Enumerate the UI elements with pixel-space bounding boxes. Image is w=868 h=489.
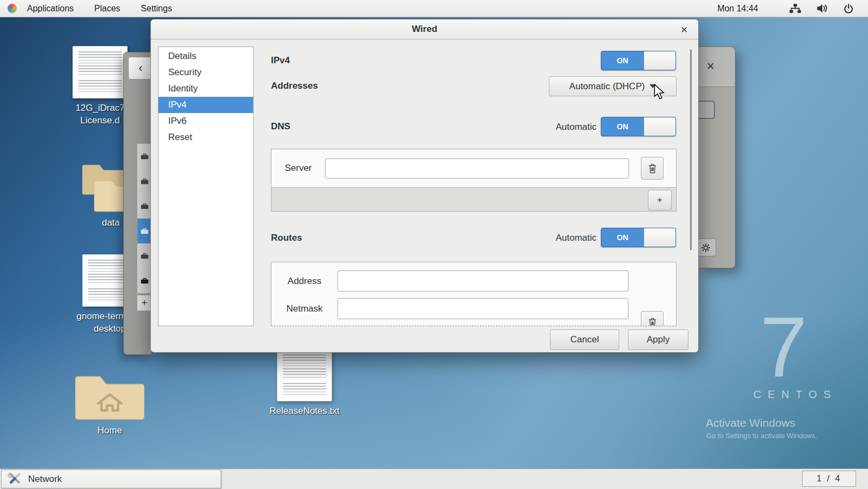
taskbar-window-label: Network (28, 474, 62, 485)
background-close-icon[interactable]: ✕ (706, 60, 715, 72)
connection-row[interactable] (137, 144, 152, 169)
dns-add-server-button[interactable]: + (648, 190, 672, 210)
clock[interactable]: Mon 14:44 (717, 4, 758, 14)
background-network-window-right: ✕ (699, 47, 736, 268)
route-netmask-input[interactable] (337, 298, 628, 319)
tools-icon (8, 472, 22, 486)
background-window-titlebar (699, 47, 735, 87)
ipv4-section-label: IPv4 (271, 55, 290, 66)
sidebar-item-security[interactable]: Security (158, 64, 253, 81)
netmask-label: Netmask (271, 303, 337, 314)
desktop-icon-label: 12G_iDrac7License.d (76, 102, 125, 127)
menubar-status-area: Mon 14:44 (717, 3, 868, 14)
mouse-cursor (653, 84, 666, 102)
connection-row-selected[interactable] (137, 219, 152, 243)
dns-section-label: DNS (271, 121, 290, 132)
routes-section-label: Routes (271, 233, 302, 243)
centos-brand-watermark: CENTOS (753, 388, 837, 401)
gear-icon (701, 243, 711, 253)
sidebar-item-details[interactable]: Details (158, 48, 253, 64)
connection-list[interactable] (137, 143, 152, 294)
toggle-knob (644, 51, 675, 70)
routes-remove-button[interactable] (641, 311, 664, 326)
dns-toolbar-strip: + (271, 187, 676, 211)
routes-automatic-label: Automatic (555, 233, 597, 243)
toggle-on-label: ON (601, 228, 644, 247)
dns-automatic-toggle[interactable]: ON (601, 117, 676, 136)
toggle-on-label: ON (601, 117, 644, 136)
profile-icon (141, 153, 149, 160)
route-address-row: Address (271, 267, 676, 295)
background-network-window-left: ‹ + (123, 52, 151, 355)
connection-row[interactable] (137, 194, 152, 219)
dropdown-value: Automatic (DHCP) (569, 81, 645, 92)
desktop-icon-label: ReleaseNotes.txt (269, 405, 339, 417)
home-folder-icon (75, 367, 144, 421)
profile-icon (141, 253, 149, 259)
wired-dialog: Wired ✕ Details Security Identity IPv4 I… (150, 19, 699, 353)
document-icon (277, 349, 332, 401)
profile-icon (141, 228, 149, 234)
power-icon[interactable] (843, 3, 854, 14)
trash-icon (647, 163, 658, 174)
sidebar-item-ipv4[interactable]: IPv4 (158, 97, 253, 113)
desktop-icon-label: Home (97, 424, 122, 437)
bottom-taskbar: Network 1 / 4 (0, 468, 868, 489)
desktop-screen: 7 CENTOS Activate Windows Go to Settings… (0, 0, 868, 489)
profile-icon (141, 203, 149, 209)
connection-row[interactable] (137, 268, 152, 293)
dns-automatic-label: Automatic (555, 122, 597, 133)
applications-logo-icon (8, 4, 17, 13)
add-connection-button[interactable]: + (137, 295, 152, 311)
toggle-knob (644, 228, 675, 247)
profile-icon (141, 277, 149, 284)
dialog-titlebar[interactable]: Wired ✕ (151, 19, 698, 39)
taskbar-window-button[interactable]: Network (1, 470, 221, 488)
profile-icon (141, 178, 149, 184)
dns-remove-server-button[interactable] (641, 157, 664, 180)
dialog-title: Wired (412, 24, 437, 35)
network-icon[interactable] (789, 3, 801, 14)
dialog-scrollbar[interactable] (690, 49, 692, 250)
document-icon (72, 46, 128, 98)
menu-settings[interactable]: Settings (130, 0, 182, 17)
address-label: Address (271, 276, 337, 287)
activate-windows-subtext: Go to Settings to activate Windows. (706, 432, 817, 440)
back-button[interactable]: ‹ (128, 57, 153, 80)
dns-server-row: Server (271, 149, 676, 187)
server-label: Server (271, 163, 325, 174)
route-netmask-row: Netmask (271, 295, 676, 322)
route-gateway-row: Gateway (271, 322, 676, 326)
top-menubar: Applications Places Settings Mon 14:44 (0, 0, 868, 17)
desktop-icon-label: data (102, 216, 120, 229)
menu-places[interactable]: Places (84, 0, 130, 17)
ipv4-toggle[interactable]: ON (601, 51, 676, 70)
desktop-icon-releasenotes[interactable]: ReleaseNotes.txt (258, 349, 351, 417)
activate-windows-watermark: Activate Windows (706, 417, 796, 429)
dns-server-input[interactable] (325, 158, 629, 179)
apply-button[interactable]: Apply (628, 329, 688, 350)
toggle-knob (644, 117, 675, 136)
connection-row[interactable] (137, 169, 152, 194)
route-gateway-input[interactable] (337, 326, 628, 326)
trash-icon (647, 317, 658, 327)
desktop-icon-home[interactable]: Home (64, 367, 156, 437)
volume-icon[interactable] (816, 3, 829, 14)
cancel-button[interactable]: Cancel (550, 329, 619, 350)
dialog-sidebar: Details Security Identity IPv4 IPv6 Rese… (158, 47, 254, 326)
connection-row[interactable] (137, 243, 152, 268)
addresses-label: Addresses (271, 81, 318, 91)
centos-7-watermark: 7 (760, 304, 807, 389)
route-address-input[interactable] (337, 270, 628, 292)
dns-server-group: Server + (271, 149, 677, 212)
sidebar-item-ipv6[interactable]: IPv6 (158, 113, 253, 129)
sidebar-item-reset[interactable]: Reset (158, 129, 253, 146)
toggle-on-label: ON (601, 51, 644, 70)
menu-applications[interactable]: Applications (17, 0, 84, 17)
sidebar-item-identity[interactable]: Identity (158, 81, 253, 97)
routes-group: Address Netmask Gateway (271, 262, 677, 326)
close-icon[interactable]: ✕ (678, 23, 691, 36)
routes-automatic-toggle[interactable]: ON (601, 228, 676, 247)
workspace-pager[interactable]: 1 / 4 (802, 471, 856, 487)
